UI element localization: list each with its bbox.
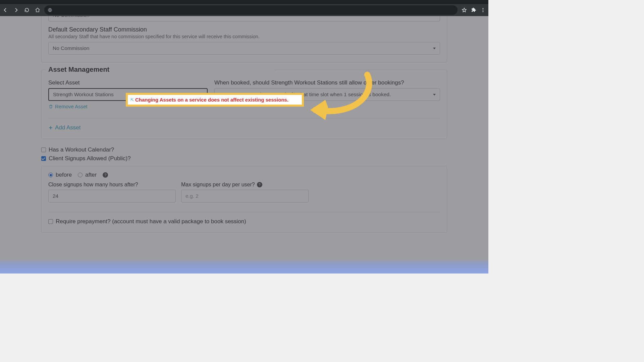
close-signups-label: Close signups how many hours after? xyxy=(48,182,176,188)
browser-toolbar xyxy=(0,4,488,16)
back-icon[interactable] xyxy=(3,7,8,13)
help-icon[interactable]: ? xyxy=(257,182,262,187)
trash-icon xyxy=(48,104,53,109)
svg-point-2 xyxy=(483,10,484,11)
workout-calendar-checkbox[interactable] xyxy=(41,147,46,152)
radio-after[interactable] xyxy=(78,173,83,177)
forward-icon[interactable] xyxy=(13,7,19,13)
signup-settings-fieldset: before after ? Close signups how many ho… xyxy=(41,166,447,233)
max-signups-placeholder: e.g. 2 xyxy=(185,193,199,199)
radio-before-label: before xyxy=(56,172,72,178)
svg-point-3 xyxy=(483,11,484,12)
address-bar[interactable] xyxy=(44,5,458,15)
radio-after-option[interactable]: after xyxy=(78,172,97,178)
asset-warning-highlight: ⇱ Changing Assets on a service does not … xyxy=(126,93,304,107)
secondary-commission-value: No Commission xyxy=(53,45,89,51)
max-signups-input[interactable]: e.g. 2 xyxy=(181,190,309,202)
browser-tab-strip xyxy=(0,0,488,4)
star-icon[interactable] xyxy=(462,7,467,13)
select-asset-value: Strength Workout Stations xyxy=(53,92,114,98)
commission-fieldset: No Commission Default Secondary Staff Co… xyxy=(41,16,447,62)
chevron-down-icon xyxy=(433,48,436,49)
plus-icon xyxy=(48,125,53,130)
remove-asset-text: Remove Asset xyxy=(55,104,88,109)
client-signups-label: Client Signups Allowed (Public)? xyxy=(49,155,131,162)
add-asset-text: Add Asset xyxy=(55,124,81,131)
require-prepayment-label: Require prepayment? (account must have a… xyxy=(56,218,246,225)
radio-before[interactable] xyxy=(48,173,53,177)
client-signups-checkbox[interactable] xyxy=(41,156,46,161)
primary-commission-value: No Commission xyxy=(53,16,89,18)
secondary-commission-label: Default Secondary Staff Commission xyxy=(48,26,440,33)
max-signups-label-row: Max signups per day per user? ? xyxy=(181,182,309,188)
require-prepayment-row[interactable]: Require prepayment? (account must have a… xyxy=(48,218,440,225)
client-signups-row[interactable]: Client Signups Allowed (Public)? xyxy=(41,155,447,162)
asset-warning-text: Changing Assets on a service does not af… xyxy=(135,97,288,103)
radio-before-option[interactable]: before xyxy=(48,172,72,178)
bottom-gradient-decoration xyxy=(0,258,488,274)
max-signups-label: Max signups per day per user? xyxy=(181,182,255,188)
help-icon[interactable]: ? xyxy=(103,172,108,178)
require-prepayment-checkbox[interactable] xyxy=(48,219,53,224)
annotation-arrow-icon xyxy=(292,70,386,127)
reload-icon[interactable] xyxy=(24,7,30,13)
expand-icon: ⇱ xyxy=(130,98,134,102)
home-icon[interactable] xyxy=(35,7,40,13)
secondary-commission-help: All secondary Staff that have no commiss… xyxy=(48,34,440,39)
close-signups-input[interactable]: 24 xyxy=(48,190,176,202)
globe-icon xyxy=(48,8,52,12)
menu-icon[interactable] xyxy=(480,7,486,13)
asset-legend: Asset Management xyxy=(46,65,274,73)
extensions-icon[interactable] xyxy=(471,7,476,13)
primary-commission-select[interactable]: No Commission xyxy=(48,16,440,21)
divider xyxy=(48,212,440,212)
remove-asset-link[interactable]: Remove Asset xyxy=(48,104,88,109)
close-signups-value: 24 xyxy=(53,193,58,199)
asset-legend-text: Asset Management xyxy=(48,66,109,73)
workout-calendar-row[interactable]: Has a Workout Calendar? xyxy=(41,146,447,153)
radio-after-label: after xyxy=(85,172,97,178)
workout-calendar-label: Has a Workout Calendar? xyxy=(49,146,114,153)
svg-point-1 xyxy=(483,8,484,9)
secondary-commission-select[interactable]: No Commission xyxy=(48,42,440,55)
select-asset-label: Select Asset xyxy=(48,79,208,86)
add-asset-link[interactable]: Add Asset xyxy=(48,124,81,131)
chevron-down-icon xyxy=(433,94,436,96)
